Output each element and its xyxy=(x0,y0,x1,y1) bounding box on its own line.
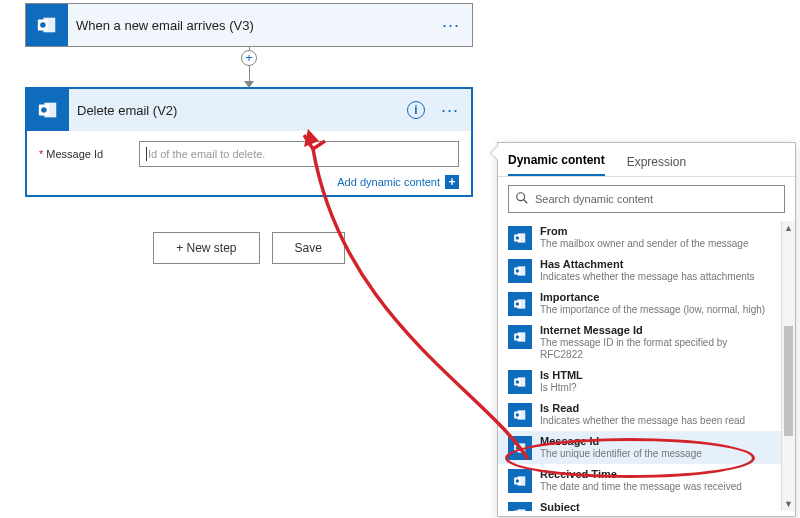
svg-point-2 xyxy=(40,22,46,28)
item-desc: The importance of the message (low, norm… xyxy=(540,304,771,316)
item-desc: Indicates whether the message has attach… xyxy=(540,271,771,283)
dc-tabs: Dynamic content Expression xyxy=(498,143,795,177)
outlook-icon xyxy=(27,89,69,131)
outlook-icon xyxy=(508,502,532,511)
item-name: From xyxy=(540,224,771,238)
item-desc: The unique identifier of the message xyxy=(540,448,771,460)
svg-line-7 xyxy=(524,199,528,203)
outlook-icon xyxy=(508,292,532,316)
scrollbar[interactable]: ▲ ▼ xyxy=(781,221,795,511)
item-name: Internet Message Id xyxy=(540,323,771,337)
item-desc: The message ID in the format specified b… xyxy=(540,337,771,361)
add-dynamic-content-link[interactable]: Add dynamic content + xyxy=(337,175,459,189)
outlook-icon xyxy=(508,469,532,493)
svg-point-22 xyxy=(516,380,520,384)
dc-item-is-read[interactable]: Is ReadIndicates whether the message has… xyxy=(498,398,781,431)
item-desc: The mailbox owner and sender of the mess… xyxy=(540,238,771,250)
item-name: Is Read xyxy=(540,401,771,415)
svg-point-19 xyxy=(516,335,520,339)
svg-point-31 xyxy=(516,479,520,483)
connector: + xyxy=(25,47,473,87)
dc-item-has-attachment[interactable]: Has AttachmentIndicates whether the mess… xyxy=(498,254,781,287)
action-card[interactable]: Delete email (V2) i ··· * Message Id Id … xyxy=(25,87,473,197)
item-name: Message Id xyxy=(540,434,771,448)
outlook-icon xyxy=(508,370,532,394)
svg-rect-33 xyxy=(514,511,520,512)
dc-search-input[interactable]: Search dynamic content xyxy=(508,185,785,213)
outlook-icon xyxy=(508,259,532,283)
svg-point-28 xyxy=(516,446,520,450)
bottom-buttons: + New step Save xyxy=(25,232,473,264)
svg-point-10 xyxy=(516,236,520,240)
item-desc: The date and time the message was receiv… xyxy=(540,481,771,493)
dc-item-from[interactable]: FromThe mailbox owner and sender of the … xyxy=(498,221,781,254)
tab-expression[interactable]: Expression xyxy=(627,155,686,176)
new-step-button[interactable]: + New step xyxy=(153,232,259,264)
dc-item-internet-message-id[interactable]: Internet Message IdThe message ID in the… xyxy=(498,320,781,365)
action-header: Delete email (V2) i ··· xyxy=(27,89,471,131)
trigger-more-icon[interactable]: ··· xyxy=(436,15,466,36)
action-body: * Message Id Id of the email to delete. … xyxy=(27,131,471,195)
message-id-input[interactable]: Id of the email to delete. xyxy=(139,141,459,167)
item-name: Importance xyxy=(540,290,771,304)
dc-item-subject[interactable]: Subject xyxy=(498,497,781,511)
svg-point-5 xyxy=(41,107,47,113)
flow-column: When a new email arrives (V3) ··· + Dele… xyxy=(25,3,473,264)
insert-step-icon[interactable]: + xyxy=(241,50,257,66)
info-icon[interactable]: i xyxy=(407,101,425,119)
outlook-icon xyxy=(508,436,532,460)
dc-item-received-time[interactable]: Received TimeThe date and time the messa… xyxy=(498,464,781,497)
param-row: * Message Id Id of the email to delete. xyxy=(39,141,459,167)
dynamic-content-panel: Dynamic content Expression Search dynami… xyxy=(497,142,796,517)
trigger-card[interactable]: When a new email arrives (V3) ··· xyxy=(25,3,473,47)
item-name: Has Attachment xyxy=(540,257,771,271)
svg-point-25 xyxy=(516,413,520,417)
arrow-down-icon xyxy=(244,81,254,88)
outlook-icon xyxy=(508,325,532,349)
item-name: Received Time xyxy=(540,467,771,481)
dc-item-importance[interactable]: ImportanceThe importance of the message … xyxy=(498,287,781,320)
tab-dynamic-content[interactable]: Dynamic content xyxy=(508,153,605,176)
callout-arrow-icon xyxy=(490,145,498,161)
item-name: Subject xyxy=(540,500,771,511)
scroll-up-icon[interactable]: ▲ xyxy=(782,221,795,235)
trigger-title: When a new email arrives (V3) xyxy=(76,18,428,33)
action-title: Delete email (V2) xyxy=(77,103,399,118)
item-desc: Is Html? xyxy=(540,382,771,394)
item-name: Is HTML xyxy=(540,368,771,382)
svg-point-13 xyxy=(516,269,520,273)
outlook-icon xyxy=(508,226,532,250)
dc-item-message-id[interactable]: Message IdThe unique identifier of the m… xyxy=(498,431,781,464)
param-label: * Message Id xyxy=(39,148,129,160)
save-button[interactable]: Save xyxy=(272,232,345,264)
trigger-header: When a new email arrives (V3) ··· xyxy=(26,4,472,46)
dc-list: FromThe mailbox owner and sender of the … xyxy=(498,221,795,511)
search-icon xyxy=(515,191,529,208)
scroll-thumb[interactable] xyxy=(784,326,793,436)
action-more-icon[interactable]: ··· xyxy=(435,100,465,121)
dc-item-is-html[interactable]: Is HTMLIs Html? xyxy=(498,365,781,398)
item-desc: Indicates whether the message has been r… xyxy=(540,415,771,427)
svg-point-16 xyxy=(516,302,520,306)
outlook-icon xyxy=(508,403,532,427)
outlook-icon xyxy=(26,4,68,46)
scroll-down-icon[interactable]: ▼ xyxy=(782,497,795,511)
plus-icon: + xyxy=(445,175,459,189)
svg-point-6 xyxy=(517,192,525,200)
